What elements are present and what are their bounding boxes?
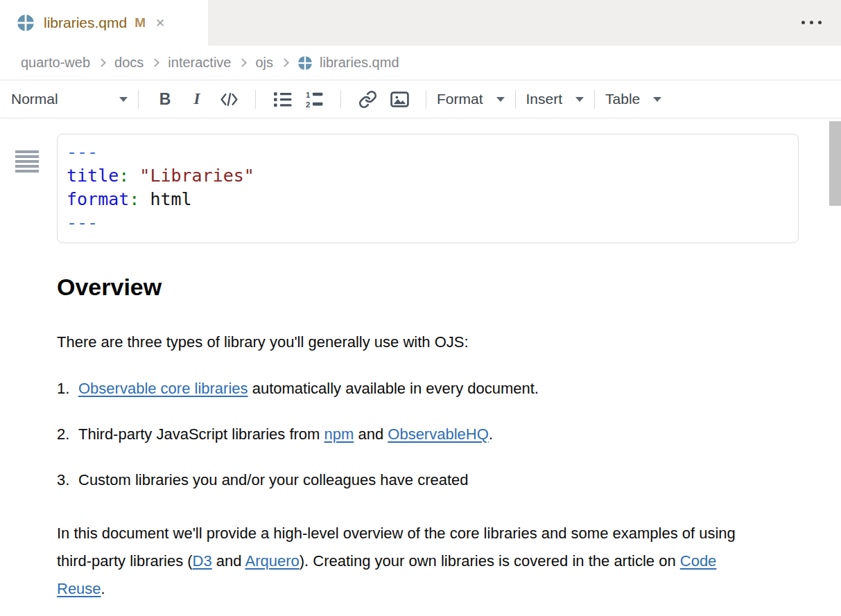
text-link-observablehq[interactable]: ObservableHQ: [388, 425, 489, 443]
paragraph-style-select[interactable]: Normal: [11, 91, 128, 107]
insert-menu-label: Insert: [526, 91, 563, 107]
list-item-segment: Third-party JavaScript libraries from: [78, 425, 324, 443]
tab-close-button[interactable]: ✕: [155, 16, 165, 30]
ordered-list: 1. Observable core libraries automatical…: [57, 380, 799, 489]
breadcrumb-item-docs[interactable]: docs: [114, 55, 144, 71]
format-menu-button[interactable]: Format: [437, 91, 505, 107]
table-menu-label: Table: [605, 91, 640, 107]
bullet-list-icon: [273, 90, 292, 109]
style-select-label: Normal: [11, 91, 58, 107]
paragraph-segment: .: [101, 580, 105, 597]
ellipsis-icon: [818, 21, 822, 24]
list-item: 1. Observable core libraries automatical…: [57, 380, 799, 398]
breadcrumb-item-ojs[interactable]: ojs: [255, 55, 273, 71]
page-title: Overview: [57, 272, 799, 301]
visual-editor-window: libraries.qmd M ✕ quarto-web docs intera…: [0, 0, 841, 616]
yaml-key: title: [67, 166, 119, 186]
closing-paragraph: In this document we'll provide a high-le…: [57, 520, 757, 603]
yaml-line: title:"Libraries": [67, 164, 787, 188]
yaml-value: html: [150, 189, 191, 209]
list-item-segment: .: [489, 425, 493, 443]
list-item-segment: automatically available in every documen…: [248, 380, 539, 397]
toolbar-separator: [594, 90, 595, 109]
yaml-line: format:html: [67, 188, 787, 211]
bold-button[interactable]: B: [149, 85, 181, 113]
image-button[interactable]: [383, 85, 415, 113]
list-item: 2. Third-party JavaScript libraries from…: [57, 425, 799, 443]
insert-menu-button[interactable]: Insert: [526, 91, 584, 107]
list-item: 3. Custom libraries you and/or your coll…: [57, 471, 799, 489]
link-button[interactable]: [352, 85, 383, 113]
paragraph-segment: ). Creating your own libraries is covere…: [300, 552, 680, 570]
ellipsis-icon: [810, 21, 813, 24]
chevron-down-icon: [575, 97, 584, 102]
breadcrumb-file-label: libraries.qmd: [320, 55, 399, 71]
chevron-down-icon: [119, 97, 128, 102]
chevron-down-icon: [496, 97, 505, 102]
more-actions-button[interactable]: [801, 21, 822, 24]
modified-badge: M: [135, 15, 146, 30]
breadcrumb-item-quarto-web[interactable]: quarto-web: [21, 55, 90, 71]
text-link-arquero[interactable]: Arquero: [245, 552, 299, 570]
yaml-delimiter: ---: [67, 142, 98, 162]
quarto-logo-icon: [297, 55, 313, 71]
list-item-text: Observable core libraries automatically …: [78, 380, 799, 398]
toolbar-separator: [515, 90, 516, 109]
block-drag-handle-button[interactable]: [15, 150, 39, 173]
yaml-line: ---: [67, 211, 787, 235]
list-item-number: 3.: [57, 471, 78, 489]
toolbar-separator: [138, 90, 139, 109]
chevron-right-icon: [239, 58, 248, 67]
yaml-delimiter: ---: [67, 213, 98, 233]
image-icon: [390, 90, 409, 109]
quarto-logo-icon: [17, 14, 35, 32]
toolbar-separator: [340, 90, 341, 109]
table-menu-button[interactable]: Table: [605, 91, 661, 107]
list-item-number: 1.: [57, 380, 78, 398]
code-icon: [220, 90, 239, 109]
italic-button[interactable]: I: [181, 85, 213, 113]
text-link-d3[interactable]: D3: [193, 552, 212, 570]
link-icon: [358, 90, 377, 109]
document-body: --- title:"Libraries" format:html --- Ov…: [57, 134, 799, 603]
yaml-value: "Libraries": [139, 166, 254, 186]
list-item-segment: Custom libraries you and/or your colleag…: [78, 471, 469, 489]
breadcrumb-item-interactive[interactable]: interactive: [168, 55, 231, 71]
yaml-colon: :: [119, 166, 129, 186]
yaml-colon: :: [129, 189, 139, 209]
list-item-text: Third-party JavaScript libraries from np…: [78, 425, 799, 443]
yaml-key: format: [67, 189, 129, 209]
code-button[interactable]: [213, 85, 245, 113]
tab-libraries-qmd[interactable]: libraries.qmd M ✕: [0, 0, 208, 46]
ellipsis-icon: [801, 21, 805, 24]
list-item-number: 2.: [57, 425, 78, 443]
numbered-list-button[interactable]: 1 2: [298, 85, 330, 113]
format-menu-label: Format: [437, 91, 483, 107]
intro-paragraph: There are three types of library you'll …: [57, 333, 799, 351]
list-item-text: Custom libraries you and/or your colleag…: [78, 471, 799, 489]
vertical-scrollbar-thumb[interactable]: [829, 121, 841, 206]
formatting-toolbar: Normal B I: [0, 80, 841, 118]
bold-icon: B: [159, 90, 171, 109]
chevron-right-icon: [280, 58, 289, 67]
chevron-right-icon: [150, 58, 159, 67]
italic-icon: I: [194, 90, 200, 108]
paragraph-segment: and: [212, 552, 245, 570]
numbered-list-icon: 1 2: [305, 90, 324, 109]
svg-text:2: 2: [306, 100, 310, 108]
yaml-code-block[interactable]: --- title:"Libraries" format:html ---: [57, 134, 799, 243]
tab-title: libraries.qmd: [44, 15, 127, 31]
svg-text:1: 1: [306, 90, 311, 98]
editor-canvas[interactable]: --- title:"Libraries" format:html --- Ov…: [0, 134, 841, 616]
text-link-observable-core-libraries[interactable]: Observable core libraries: [78, 380, 248, 397]
tab-bar: libraries.qmd M ✕: [0, 0, 841, 46]
toolbar-separator: [426, 90, 426, 109]
chevron-down-icon: [653, 97, 661, 102]
breadcrumb-item-file[interactable]: libraries.qmd: [297, 55, 399, 71]
bullet-list-button[interactable]: [266, 85, 298, 113]
chevron-right-icon: [97, 58, 106, 67]
list-item-segment: and: [354, 425, 388, 443]
breadcrumb: quarto-web docs interactive ojs librarie…: [0, 46, 841, 80]
text-link-npm[interactable]: npm: [324, 425, 354, 443]
toolbar-separator: [255, 90, 256, 109]
